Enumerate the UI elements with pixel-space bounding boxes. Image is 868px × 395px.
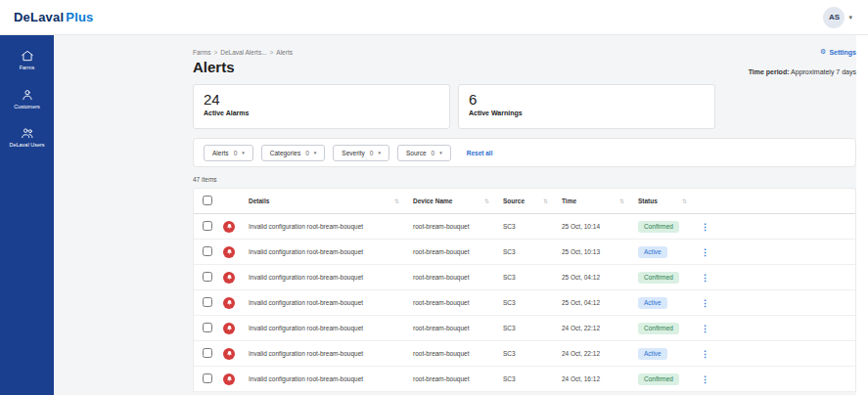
- breadcrumb-current: Alerts: [276, 49, 293, 56]
- filter-count: 0: [432, 150, 435, 156]
- kebab-menu-icon[interactable]: ⋮: [701, 324, 709, 333]
- sidebar-item-delaval-users[interactable]: DeLaval Users: [0, 126, 54, 149]
- alarm-icon: [223, 323, 235, 334]
- row-checkbox[interactable]: [203, 373, 212, 383]
- kebab-menu-icon[interactable]: ⋮: [701, 298, 709, 308]
- time-period-value: Approximately 7 days: [791, 68, 856, 75]
- source-filter-dropdown[interactable]: Source 0 ▾: [397, 145, 451, 161]
- customers-icon: [21, 88, 34, 102]
- active-alarms-label: Active Alarms: [204, 110, 439, 116]
- row-device: root-bream-bouquet: [413, 299, 469, 306]
- row-source: SC3: [503, 223, 516, 230]
- header-source: Source: [503, 198, 525, 204]
- categories-filter-dropdown[interactable]: Categories 0 ▾: [261, 145, 326, 161]
- breadcrumb-separator: >: [270, 49, 274, 56]
- header-time: Time: [562, 198, 576, 204]
- status-badge: Active: [638, 246, 667, 258]
- status-badge: Confirmed: [638, 373, 679, 385]
- alerts-filter-dropdown[interactable]: Alerts 0 ▾: [204, 145, 253, 161]
- filter-count: 0: [234, 150, 238, 156]
- row-checkbox[interactable]: [203, 246, 212, 256]
- status-badge: Confirmed: [638, 221, 679, 233]
- chevron-down-icon: ▾: [848, 14, 852, 22]
- sort-icon[interactable]: ⇅: [619, 198, 624, 204]
- kebab-menu-icon[interactable]: ⋮: [701, 222, 709, 232]
- filter-count: 0: [305, 150, 309, 156]
- settings-label: Settings: [829, 49, 856, 56]
- kebab-menu-icon[interactable]: ⋮: [701, 349, 709, 359]
- user-menu[interactable]: AS ▾: [823, 7, 852, 28]
- header-status: Status: [638, 198, 658, 204]
- severity-filter-dropdown[interactable]: Severity 0 ▾: [333, 145, 389, 161]
- breadcrumb: Farms > DeLaval Alerts... > Alerts: [193, 49, 293, 56]
- table-row: Invalid configuration root-bream-bouquet…: [194, 265, 855, 290]
- farms-icon: [21, 49, 34, 63]
- chevron-down-icon: ▾: [378, 150, 381, 155]
- status-badge: Confirmed: [638, 272, 679, 284]
- row-details: Invalid configuration root-bream-bouquet: [249, 299, 363, 306]
- sort-icon[interactable]: ⇅: [682, 198, 687, 204]
- status-badge: Active: [638, 348, 667, 360]
- row-time: 25 Oct, 04:12: [562, 299, 600, 306]
- row-source: SC3: [503, 325, 516, 331]
- reset-all-button[interactable]: Reset all: [467, 150, 493, 156]
- sidebar: Farms Customers DeLaval Users: [0, 35, 54, 395]
- row-checkbox[interactable]: [203, 323, 212, 332]
- table-body: Invalid configuration root-bream-bouquet…: [194, 214, 855, 392]
- active-warnings-label: Active Warnings: [469, 110, 705, 116]
- breadcrumb-separator: >: [213, 49, 217, 56]
- sidebar-item-label: Customers: [14, 104, 40, 110]
- breadcrumb-delaval-alerts[interactable]: DeLaval Alerts...: [220, 49, 266, 56]
- sort-icon[interactable]: ⇅: [394, 198, 399, 204]
- avatar[interactable]: AS: [823, 7, 845, 28]
- status-badge: Active: [638, 297, 667, 309]
- sidebar-item-label: DeLaval Users: [9, 142, 44, 149]
- kebab-menu-icon[interactable]: ⋮: [701, 247, 709, 257]
- gear-icon: ⚙: [820, 48, 826, 56]
- alarm-icon: [223, 297, 235, 309]
- sort-icon[interactable]: ⇅: [484, 198, 489, 204]
- row-device: root-bream-bouquet: [413, 375, 469, 382]
- chevron-down-icon: ▾: [439, 150, 442, 155]
- select-all-checkbox[interactable]: [203, 196, 212, 205]
- row-source: SC3: [503, 350, 516, 357]
- row-checkbox[interactable]: [203, 297, 212, 307]
- settings-link[interactable]: ⚙ Settings: [820, 48, 856, 56]
- header-details: Details: [249, 198, 269, 204]
- row-device: root-bream-bouquet: [413, 248, 469, 255]
- time-period-label: Time period:: [749, 68, 790, 75]
- alarm-icon: [223, 348, 235, 360]
- sidebar-item-farms[interactable]: Farms: [0, 49, 54, 71]
- sidebar-item-customers[interactable]: Customers: [0, 88, 54, 110]
- kebab-menu-icon[interactable]: ⋮: [701, 273, 709, 283]
- items-count: 47 items: [193, 176, 856, 183]
- table-row: Invalid configuration root-bream-bouquet…: [194, 240, 855, 265]
- filter-bar: Alerts 0 ▾ Categories 0 ▾ Severity 0 ▾ S…: [193, 138, 856, 167]
- row-time: 24 Oct, 22:12: [562, 325, 600, 331]
- table-row: Invalid configuration root-bream-bouquet…: [194, 367, 855, 392]
- filter-label: Severity: [342, 150, 364, 156]
- row-source: SC3: [503, 274, 516, 281]
- row-checkbox[interactable]: [203, 348, 212, 358]
- breadcrumb-farms[interactable]: Farms: [193, 49, 210, 56]
- alarm-icon: [223, 373, 235, 385]
- active-alarms-count: 24: [204, 91, 439, 108]
- row-details: Invalid configuration root-bream-bouquet: [249, 375, 363, 382]
- active-alarms-card: 24 Active Alarms: [193, 84, 450, 129]
- row-checkbox[interactable]: [203, 272, 212, 282]
- row-details: Invalid configuration root-bream-bouquet: [249, 248, 363, 255]
- row-device: root-bream-bouquet: [413, 350, 469, 357]
- row-source: SC3: [503, 248, 516, 255]
- row-device: root-bream-bouquet: [413, 223, 469, 230]
- row-time: 25 Oct, 10:14: [562, 223, 600, 230]
- row-time: 25 Oct, 04:12: [562, 274, 600, 281]
- row-device: root-bream-bouquet: [413, 274, 469, 281]
- table-row: Invalid configuration root-bream-bouquet…: [194, 341, 855, 367]
- sort-icon[interactable]: ⇅: [543, 198, 548, 204]
- header-device-name: Device Name: [413, 198, 452, 204]
- row-checkbox[interactable]: [203, 221, 212, 231]
- delaval-users-icon: [21, 126, 34, 140]
- brand-secondary: Plus: [66, 10, 93, 24]
- time-period: Time period: Approximately 7 days: [749, 68, 856, 75]
- kebab-menu-icon[interactable]: ⋮: [701, 374, 709, 384]
